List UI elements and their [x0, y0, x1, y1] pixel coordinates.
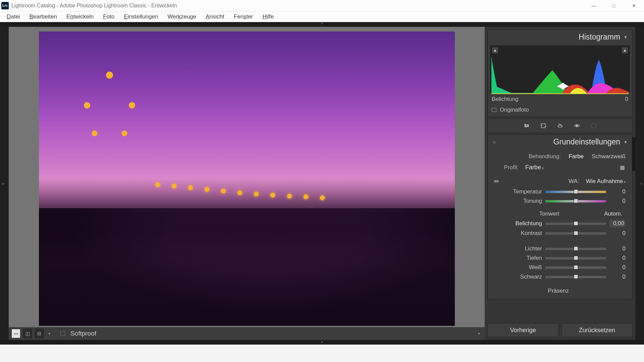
temp-value[interactable]: 0: [609, 188, 626, 195]
chevron-down-icon[interactable]: ▼: [624, 35, 628, 40]
toolbar-options-dropdown[interactable]: ▼: [476, 330, 482, 337]
menu-werkzeuge[interactable]: Werkzeuge: [163, 12, 201, 21]
blacks-slider[interactable]: [545, 276, 606, 278]
shadows-label: Tiefen: [494, 255, 542, 261]
shadows-slider[interactable]: [545, 257, 606, 259]
top-panel-toggle[interactable]: [0, 22, 644, 27]
histogram-display[interactable]: ▲ ▲ ◀▶: [490, 46, 630, 93]
exposure-label: Belichtung: [494, 220, 542, 227]
wb-picker-tool[interactable]: ✎: [492, 177, 501, 186]
menu-einstellungen[interactable]: Einstellungen: [119, 12, 163, 21]
before-after-tb-button[interactable]: ⊟: [35, 329, 44, 338]
radial-filter-tool[interactable]: [590, 122, 597, 129]
canvas-area[interactable]: [9, 27, 485, 327]
menu-ansicht[interactable]: Ansicht: [201, 12, 229, 21]
shadows-value[interactable]: 0: [609, 255, 626, 261]
exposure-slider[interactable]: [545, 223, 606, 225]
basic-panel-title: Grundeinstellungen: [553, 137, 620, 146]
menu-bar: Datei Bearbeiten Entwickeln Foto Einstel…: [0, 11, 644, 22]
basic-panel: ◉ Grundeinstellungen ▼ Behandlung: Farbe…: [487, 134, 633, 299]
left-panel-toggle[interactable]: [0, 27, 9, 340]
view-mode-dropdown[interactable]: ▼: [46, 330, 52, 337]
panel-scrollbar[interactable]: [632, 137, 635, 171]
maximize-button[interactable]: □: [604, 0, 624, 11]
profile-label: Profil:: [494, 164, 519, 171]
menu-bearbeiten[interactable]: Bearbeiten: [25, 12, 62, 21]
menu-entwickeln[interactable]: Entwickeln: [62, 12, 98, 21]
highlights-label: Lichter: [494, 245, 542, 252]
histogram-graph: [491, 46, 629, 95]
exposure-value[interactable]: 0,00: [609, 220, 626, 227]
svg-point-11: [576, 125, 577, 126]
highlights-value[interactable]: 0: [609, 245, 626, 252]
profile-dropdown[interactable]: Farbe: [525, 164, 544, 171]
svg-point-6: [525, 126, 526, 127]
presence-header: Präsenz: [548, 288, 569, 294]
auto-button[interactable]: Autom.: [604, 210, 622, 217]
before-after-lr-button[interactable]: ◫: [23, 329, 32, 338]
loupe-view-button[interactable]: ▭: [11, 329, 20, 338]
svg-point-5: [527, 125, 528, 126]
original-photo-icon: [492, 108, 496, 112]
histogram-readout-label: Belichtung: [492, 96, 518, 103]
blacks-value[interactable]: 0: [609, 274, 626, 280]
histogram-title: Histogramm: [579, 33, 620, 42]
crop-tool[interactable]: [523, 122, 530, 129]
tone-header: Tonwert: [539, 210, 559, 217]
title-bar: Lrc Lightroom Catalog - Adobe Photoshop …: [0, 0, 644, 11]
app-icon: Lrc: [1, 2, 9, 9]
spot-removal-tool[interactable]: [540, 122, 547, 129]
menu-fenster[interactable]: Fenster: [229, 12, 258, 21]
histogram-readout-value: 0: [625, 96, 628, 103]
canvas-toolbar: ▭ ◫ ⊟ ▼ Softproof ▼: [9, 327, 485, 340]
highlights-slider[interactable]: [545, 248, 606, 250]
histogram-panel: Histogramm ▼ ▲ ▲: [487, 29, 633, 117]
profile-browser-button[interactable]: ▦: [620, 164, 626, 171]
menu-datei[interactable]: Datei: [2, 12, 25, 21]
softproof-checkbox[interactable]: [60, 331, 65, 336]
contrast-label: Kontrast: [494, 230, 542, 237]
treatment-label: Behandlung:: [494, 153, 560, 160]
contrast-value[interactable]: 0: [609, 230, 626, 237]
blacks-label: Schwarz: [494, 274, 542, 280]
tint-slider[interactable]: [545, 200, 606, 202]
treatment-bw[interactable]: Schwarzweiß: [592, 153, 626, 160]
minimize-button[interactable]: —: [584, 0, 604, 11]
contrast-slider[interactable]: [545, 232, 606, 235]
svg-rect-10: [558, 125, 562, 127]
whites-label: Weiß: [494, 264, 542, 271]
wb-dropdown[interactable]: Wie Aufnahme: [586, 178, 626, 185]
menu-hilfe[interactable]: Hilfe: [258, 12, 278, 21]
svg-point-12: [591, 123, 596, 128]
original-photo-toggle[interactable]: Originalfoto: [488, 105, 632, 117]
treatment-color[interactable]: Farbe: [569, 153, 583, 160]
tint-value[interactable]: 0: [609, 198, 626, 204]
masking-tool[interactable]: [556, 122, 564, 129]
svg-rect-7: [541, 124, 545, 128]
whites-value[interactable]: 0: [609, 264, 626, 271]
reset-button[interactable]: Zurücksetzen: [561, 323, 633, 337]
window-title: Lightroom Catalog - Adobe Photoshop Ligh…: [11, 3, 177, 9]
filmstrip-toggle[interactable]: [0, 340, 644, 345]
svg-point-4: [525, 124, 526, 125]
red-eye-tool[interactable]: [573, 122, 581, 129]
wb-label: WA:: [569, 178, 579, 185]
whites-slider[interactable]: [545, 266, 606, 269]
softproof-label: Softproof: [70, 330, 96, 337]
right-panel: Histogramm ▼ ▲ ▲: [485, 27, 635, 340]
original-photo-label: Originalfoto: [500, 107, 529, 113]
tint-label: Tonung: [494, 198, 542, 204]
photo-preview[interactable]: [39, 32, 455, 326]
previous-button[interactable]: Vorherige: [487, 323, 559, 337]
right-panel-toggle[interactable]: [635, 27, 644, 340]
temp-slider[interactable]: [545, 191, 606, 193]
close-button[interactable]: ✕: [624, 0, 644, 11]
chevron-down-icon[interactable]: ▼: [624, 140, 628, 144]
menu-foto[interactable]: Foto: [98, 12, 119, 21]
temp-label: Temperatur: [494, 188, 542, 195]
develop-tool-strip: [487, 118, 633, 133]
panel-toggle-eye-icon[interactable]: ◉: [492, 139, 496, 145]
